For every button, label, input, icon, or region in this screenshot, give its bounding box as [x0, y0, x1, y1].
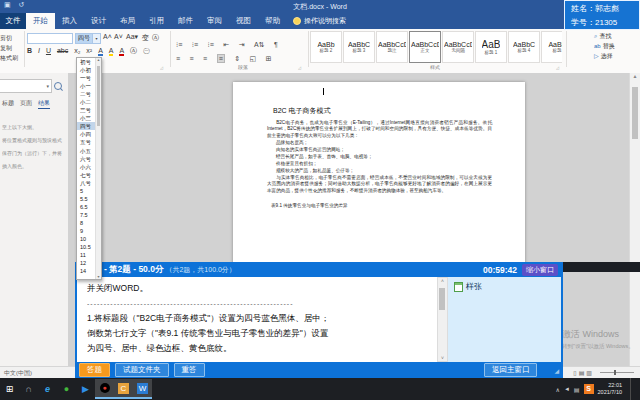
- find-button[interactable]: ⌕查找: [594, 31, 615, 41]
- scrollbar-thumb[interactable]: [439, 288, 445, 310]
- line-spacing-button[interactable]: ⇕: [234, 55, 240, 63]
- select-button[interactable]: ▷选择: [594, 51, 615, 61]
- style-item[interactable]: AaBbCcD 正文: [409, 31, 441, 63]
- font-size-option[interactable]: 小三: [77, 114, 95, 122]
- shrink-font-button[interactable]: A˅: [114, 33, 123, 40]
- font-size-option[interactable]: 12: [77, 259, 95, 267]
- taskbar-icon[interactable]: ●: [95, 379, 114, 399]
- font-size-option[interactable]: 小一: [77, 82, 95, 90]
- font-dialog-launcher[interactable]: ◿: [160, 65, 163, 70]
- nav-tab[interactable]: 页面: [20, 99, 32, 109]
- zoom-slider-thumb[interactable]: [614, 370, 616, 375]
- tray-icon[interactable]: ▤: [574, 386, 580, 393]
- highlight-color-button[interactable]: A: [109, 47, 114, 56]
- tab-file[interactable]: 文件: [0, 13, 26, 29]
- zoom-slider[interactable]: [600, 372, 634, 373]
- phonetic-guide-button[interactable]: 变: [142, 33, 149, 43]
- scroll-up-icon[interactable]: ▲: [630, 73, 640, 79]
- replace-button[interactable]: ab替换: [594, 41, 615, 51]
- font-size-option[interactable]: 5: [77, 187, 95, 195]
- font-size-option[interactable]: 四号: [77, 122, 95, 130]
- align-right-button[interactable]: ≡: [203, 55, 207, 62]
- nav-result-item[interactable]: 将位置格式规则与预设格式: [2, 134, 68, 147]
- answer-button[interactable]: 答题: [79, 363, 110, 377]
- taskbar-icon[interactable]: ⊞: [0, 379, 19, 399]
- strikethrough-button[interactable]: abc: [57, 47, 68, 54]
- sample-file-item[interactable]: 样张: [454, 281, 561, 292]
- ribbon-tab[interactable]: 插入: [55, 13, 84, 29]
- style-item[interactable]: AaBbC 标题 3: [343, 31, 375, 63]
- style-item[interactable]: AaB 标题 1: [475, 31, 507, 63]
- language-status[interactable]: 中文(中国): [4, 369, 32, 378]
- shrink-window-button[interactable]: 缩小窗口: [522, 264, 558, 276]
- font-size-option[interactable]: 6.5: [77, 203, 95, 211]
- ribbon-tab[interactable]: 引用: [142, 13, 171, 29]
- chevron-down-icon[interactable]: ▾: [46, 83, 49, 89]
- tray-icon[interactable]: ∧: [556, 386, 560, 393]
- font-size-option[interactable]: 7.5: [77, 211, 95, 219]
- font-size-option[interactable]: 小初: [77, 66, 95, 74]
- ribbon-tab[interactable]: 设计: [84, 13, 113, 29]
- font-size-option[interactable]: 三号: [77, 106, 95, 114]
- taskbar-icon[interactable]: C: [114, 379, 133, 399]
- font-size-option[interactable]: 六号: [77, 155, 95, 163]
- font-size-option[interactable]: 小六: [77, 163, 95, 171]
- cut-button[interactable]: 剪切: [0, 33, 24, 43]
- justify-button[interactable]: ≡: [217, 54, 225, 63]
- question-folder-button[interactable]: 试题文件夹: [115, 363, 169, 377]
- exam-panel-header[interactable]: Word - 第2题 - 50.0分 （共2题，共100.0分） 00:59:4…: [75, 262, 563, 277]
- font-size-option[interactable]: 初号: [77, 58, 95, 66]
- view-mode-buttons[interactable]: ▯▤▥: [573, 369, 594, 376]
- font-size-option[interactable]: 14: [77, 267, 95, 275]
- character-shading-button[interactable]: Ⓐ: [130, 46, 137, 56]
- scrollbar-thumb[interactable]: [97, 66, 100, 126]
- change-case-button[interactable]: Aa▾: [126, 33, 138, 41]
- italic-button[interactable]: I: [38, 47, 40, 54]
- font-color-button[interactable]: A: [119, 47, 124, 56]
- font-size-option[interactable]: 9: [77, 227, 95, 235]
- font-size-option[interactable]: 二号: [77, 90, 95, 98]
- taskbar-icon[interactable]: W: [133, 379, 152, 399]
- enclose-characters-button[interactable]: ㊀: [143, 46, 150, 56]
- font-size-option[interactable]: 五号: [77, 138, 95, 146]
- ribbon-tab[interactable]: 邮件: [171, 13, 200, 29]
- search-icon[interactable]: [54, 82, 62, 90]
- font-size-option[interactable]: 8: [77, 219, 95, 227]
- text-effects-button[interactable]: A: [98, 47, 103, 56]
- font-size-option[interactable]: 小四: [77, 130, 95, 138]
- return-main-window-button[interactable]: 返回主窗口: [484, 363, 538, 377]
- redo-button[interactable]: 重答: [174, 363, 205, 377]
- taskbar-clock[interactable]: 22:01 2021/7/10: [598, 382, 622, 396]
- format-painter-button[interactable]: 格式刷: [0, 53, 24, 63]
- taskbar-icon[interactable]: ●: [57, 379, 76, 399]
- font-size-option[interactable]: 一号: [77, 74, 95, 82]
- bold-button[interactable]: B: [27, 47, 32, 54]
- nav-result-item[interactable]: 保存门为（运行）下，并将: [2, 147, 68, 160]
- font-name-combobox[interactable]: [27, 33, 73, 44]
- font-size-dropdown-arrow[interactable]: ▾: [92, 33, 101, 44]
- ribbon-tab[interactable]: 开始: [26, 13, 55, 29]
- subscript-button[interactable]: x₂: [74, 47, 80, 54]
- document-scrollbar[interactable]: ▲: [629, 73, 640, 366]
- grow-font-button[interactable]: A˄: [103, 33, 112, 40]
- borders-button[interactable]: ⊞: [266, 55, 272, 63]
- resize-grip[interactable]: ◢: [554, 367, 559, 374]
- dropdown-scrollbar[interactable]: ▲ ▼: [95, 58, 101, 279]
- exam-scrollbar[interactable]: ˄ ˅: [437, 277, 448, 362]
- show-desktop-button[interactable]: [630, 378, 634, 400]
- font-size-option[interactable]: 小五: [77, 147, 95, 155]
- copy-button[interactable]: 复制: [0, 43, 24, 53]
- font-size-option[interactable]: 11: [77, 251, 95, 259]
- underline-button[interactable]: U: [46, 47, 51, 54]
- style-item[interactable]: AaBbC 标题 4: [508, 31, 540, 63]
- styles-dialog-launcher[interactable]: ◿: [556, 65, 559, 70]
- scrollbar-thumb[interactable]: [632, 87, 638, 139]
- tray-icon[interactable]: ◄: [564, 386, 570, 393]
- font-size-option[interactable]: 5.5: [77, 195, 95, 203]
- style-item[interactable]: AaBbCcD 无间隔: [442, 31, 474, 63]
- nav-tab[interactable]: 标题: [2, 99, 14, 109]
- font-size-option[interactable]: 10.5: [77, 243, 95, 251]
- shading-button[interactable]: ◱: [250, 55, 257, 63]
- character-border-button[interactable]: Ⓐ: [152, 33, 159, 43]
- taskbar-icon[interactable]: e: [38, 379, 57, 399]
